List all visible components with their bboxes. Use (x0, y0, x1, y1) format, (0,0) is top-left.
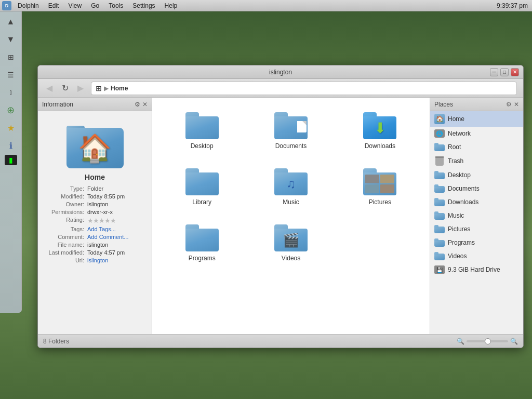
place-home[interactable]: 🏠 Home (430, 111, 523, 127)
place-programs-label: Programs (448, 239, 475, 246)
file-item-music[interactable]: ♫ Music (251, 164, 330, 210)
add-tags-link[interactable]: Add Tags... (87, 226, 147, 232)
breadcrumb-home-icon: ⊞ (96, 84, 102, 92)
menu-settings[interactable]: Settings (128, 1, 159, 10)
place-trash[interactable]: Trash (430, 154, 523, 168)
folder-preview-icon: 🏠 (66, 122, 124, 168)
file-view: Desktop Documents (152, 98, 430, 334)
places-settings-icon[interactable]: ⚙ (506, 101, 512, 108)
place-programs[interactable]: Programs (430, 236, 523, 249)
app-icon: D (2, 1, 11, 10)
places-title: Places (434, 101, 453, 108)
pictures-places-icon (434, 225, 445, 233)
side-btn-bookmark[interactable]: ★ (3, 119, 19, 136)
file-item-downloads[interactable]: ⬇ Downloads (341, 108, 419, 154)
file-item-documents[interactable]: Documents (251, 108, 330, 154)
home-icon: 🏠 (434, 114, 445, 124)
side-btn-down[interactable]: ▼ (3, 31, 19, 48)
place-desktop[interactable]: Desktop (430, 168, 523, 182)
file-item-programs[interactable]: Programs (163, 220, 241, 266)
forward-button[interactable]: ▶ (73, 81, 88, 96)
last-modified-value: Today 4:57 pm (87, 249, 147, 256)
place-videos[interactable]: Videos (430, 249, 523, 263)
place-documents[interactable]: Documents (430, 182, 523, 195)
info-table: Type: Folder Modified: Today 8:55 pm Own… (43, 185, 147, 265)
minimize-button[interactable]: ─ (490, 68, 498, 76)
rating-label: Rating: (43, 217, 87, 223)
music-label: Music (283, 198, 299, 206)
file-item-videos[interactable]: 🎬 Videos (251, 220, 330, 266)
info-panel-header: Information ⚙ ✕ (38, 98, 152, 111)
side-btn-terminal[interactable]: ▮ (5, 155, 17, 165)
url-value[interactable]: islington (87, 257, 147, 263)
menu-edit[interactable]: Edit (44, 1, 63, 10)
refresh-button[interactable]: ↻ (58, 81, 72, 96)
downloads-places-icon (434, 198, 445, 206)
info-panel-close-icon[interactable]: ✕ (142, 101, 148, 108)
maximize-button[interactable]: □ (500, 68, 509, 76)
place-downloads[interactable]: Downloads (430, 195, 523, 209)
breadcrumb-current: Home (111, 85, 128, 92)
downloads-label: Downloads (365, 142, 395, 150)
documents-label: Documents (275, 142, 307, 150)
file-item-library[interactable]: Library (163, 164, 241, 210)
title-bar: islington ─ □ ✕ (38, 65, 523, 79)
info-panel: Information ⚙ ✕ 🏠 Home Type: (38, 98, 152, 334)
place-root-label: Root (448, 143, 461, 151)
side-btn-split[interactable]: ⫿ (3, 84, 19, 101)
side-panel: ▲ ▼ ⊞ ☰ ⫿ ⊕ ★ ℹ ▮ (0, 11, 22, 313)
dolphin-window: islington ─ □ ✕ ◀ ↻ ▶ ⊞ ▶ Home Informati… (37, 65, 524, 348)
videos-label: Videos (282, 255, 300, 262)
file-item-pictures[interactable]: Pictures (341, 164, 419, 210)
place-pictures[interactable]: Pictures (430, 222, 523, 236)
zoom-thumb[interactable] (485, 338, 491, 344)
filename-label: File name: (43, 242, 87, 248)
menu-go[interactable]: Go (87, 1, 103, 10)
place-music[interactable]: Music (430, 209, 523, 222)
folder-count: 8 Folders (43, 338, 69, 345)
comment-label: Comment: (43, 234, 87, 240)
file-item-desktop[interactable]: Desktop (163, 108, 241, 154)
close-button[interactable]: ✕ (511, 68, 519, 76)
menu-view[interactable]: View (64, 1, 86, 10)
zoom-in-icon[interactable]: 🔍 (510, 338, 518, 345)
place-desktop-label: Desktop (448, 171, 471, 179)
side-btn-up[interactable]: ▲ (3, 14, 19, 30)
zoom-track[interactable] (467, 340, 508, 342)
rating-stars: ★★★★★ (87, 217, 147, 224)
zoom-out-icon[interactable]: 🔍 (457, 338, 464, 345)
breadcrumb-bar[interactable]: ⊞ ▶ Home (91, 82, 517, 95)
permissions-label: Permissions: (43, 209, 87, 215)
permissions-value: drwxr-xr-x (87, 209, 147, 215)
url-label: Url: (43, 257, 87, 263)
place-harddrive[interactable]: 💾 9.3 GiB Hard Drive (430, 263, 523, 276)
place-network-label: Network (448, 130, 471, 137)
content-area: Information ⚙ ✕ 🏠 Home Type: (38, 98, 523, 334)
info-panel-settings-icon[interactable]: ⚙ (135, 101, 140, 108)
menu-tools[interactable]: Tools (104, 1, 127, 10)
type-label: Type: (43, 185, 87, 192)
type-value: Folder (87, 185, 147, 192)
tags-label: Tags: (43, 226, 87, 232)
place-videos-label: Videos (448, 252, 467, 260)
place-root[interactable]: Root (430, 140, 523, 154)
place-network[interactable]: 🌐 Network (430, 127, 523, 140)
menu-dolphin[interactable]: Dolphin (14, 1, 43, 10)
side-btn-grid[interactable]: ⊞ (3, 49, 19, 65)
zoom-slider[interactable]: 🔍 🔍 (457, 338, 518, 345)
side-btn-info[interactable]: ℹ (3, 137, 19, 154)
harddrive-icon: 💾 (434, 265, 445, 274)
owner-value: islington (87, 201, 147, 207)
menu-help[interactable]: Help (161, 1, 182, 10)
add-comment-link[interactable]: Add Comment... (87, 234, 147, 240)
place-pictures-label: Pictures (448, 225, 470, 233)
back-button[interactable]: ◀ (42, 81, 57, 96)
downloads-folder-icon: ⬇ (363, 112, 396, 139)
side-btn-add[interactable]: ⊕ (3, 102, 19, 118)
root-icon (434, 143, 445, 151)
info-content: 🏠 Home Type: Folder Modified: Today 8:55… (38, 111, 152, 270)
places-close-icon[interactable]: ✕ (514, 101, 519, 108)
side-btn-list[interactable]: ☰ (3, 66, 19, 83)
file-grid: Desktop Documents (163, 108, 419, 266)
place-harddrive-label: 9.3 GiB Hard Drive (448, 266, 500, 273)
